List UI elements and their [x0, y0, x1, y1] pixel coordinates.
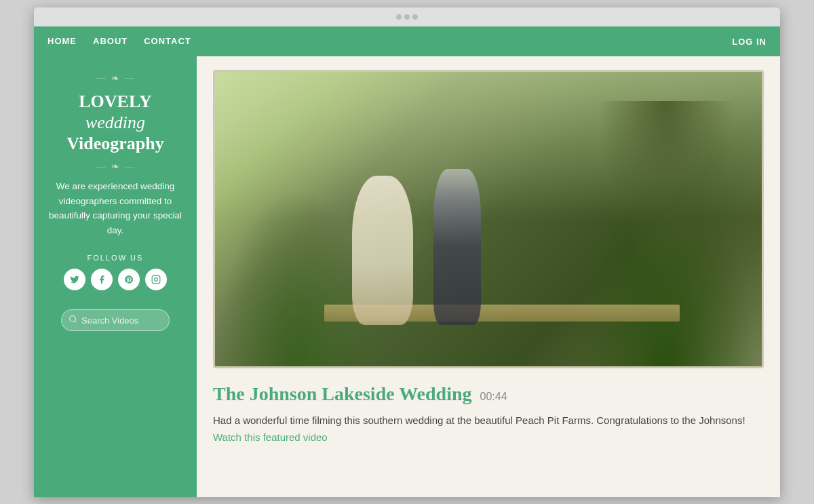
post-title-row: The Johnson Lakeside Wedding 00:44: [213, 383, 764, 405]
sidebar-title-line1: LOVELY: [66, 91, 164, 112]
main-layout: ❧ LOVELY wedding Videography ❧ We are ex…: [34, 56, 780, 497]
wedding-photo: [215, 72, 762, 366]
search-box[interactable]: Search Videos: [61, 309, 170, 331]
browser-dot-1: [396, 14, 402, 20]
nav-right: LOG IN: [732, 35, 767, 47]
sidebar-title: LOVELY wedding Videography: [66, 91, 164, 155]
follow-label: FOLLOW US: [88, 254, 144, 262]
svg-point-3: [70, 316, 76, 322]
browser-window: HOME ABOUT CONTACT LOG IN ❧ LOVELY weddi…: [34, 7, 780, 497]
svg-point-2: [158, 277, 159, 278]
svg-line-4: [75, 321, 76, 322]
featured-image: [213, 70, 764, 368]
sidebar-title-line3: Videography: [66, 133, 164, 154]
svg-point-1: [155, 278, 158, 282]
post-watch-link[interactable]: Watch this featured video: [213, 431, 328, 443]
sidebar-ornament-bottom: ❧: [96, 161, 134, 172]
search-placeholder: Search Videos: [81, 315, 138, 326]
content-area: The Johnson Lakeside Wedding 00:44 Had a…: [197, 56, 780, 497]
sidebar: ❧ LOVELY wedding Videography ❧ We are ex…: [34, 56, 197, 497]
social-twitter-icon[interactable]: [64, 269, 85, 290]
post-description: Had a wonderful time filming this southe…: [213, 412, 764, 446]
browser-dot-2: [404, 14, 410, 20]
social-instagram-icon[interactable]: [145, 269, 167, 290]
sidebar-ornament-top: ❧: [96, 73, 134, 84]
search-icon: [69, 315, 77, 326]
svg-rect-0: [152, 276, 160, 284]
nav-contact[interactable]: CONTACT: [144, 36, 191, 46]
browser-dot-3: [412, 14, 418, 20]
social-icons: [64, 269, 167, 290]
site-wrapper: HOME ABOUT CONTACT LOG IN ❧ LOVELY weddi…: [34, 26, 780, 497]
browser-tab-bar: [34, 7, 780, 26]
social-facebook-icon[interactable]: [91, 269, 113, 290]
nav-bar: HOME ABOUT CONTACT LOG IN: [34, 26, 780, 56]
post-description-text: Had a wonderful time filming this southe…: [213, 414, 745, 426]
sidebar-title-line2: wedding: [85, 113, 145, 132]
nav-left: HOME ABOUT CONTACT: [47, 36, 191, 46]
social-pinterest-icon[interactable]: [118, 269, 140, 290]
nav-home[interactable]: HOME: [47, 36, 77, 46]
sidebar-description: We are experienced wedding videographers…: [47, 179, 183, 237]
nav-login[interactable]: LOG IN: [732, 37, 767, 47]
post-duration: 00:44: [480, 391, 507, 403]
nav-about[interactable]: ABOUT: [93, 36, 128, 46]
post-title: The Johnson Lakeside Wedding: [213, 383, 472, 405]
